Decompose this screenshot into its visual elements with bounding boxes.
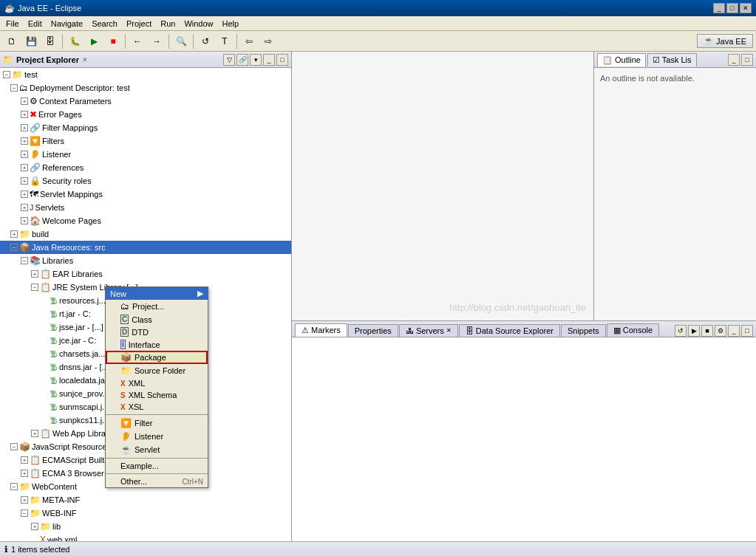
expand-security[interactable]: + <box>21 177 28 185</box>
ctx-package[interactable]: 📦 Package <box>106 351 208 364</box>
ctx-dtd[interactable]: D DTD <box>106 326 208 338</box>
expand-java-resources[interactable]: − <box>10 244 18 251</box>
tree-item-java-resources[interactable]: − 📦 Java Resources: src <box>0 241 291 254</box>
tree-item-web-xml[interactable]: X web.xml <box>0 533 291 541</box>
tab-outline[interactable]: 📋 Outline <box>597 53 646 66</box>
search-button[interactable]: 🔍 <box>172 33 190 49</box>
debug-button[interactable]: 🐛 <box>66 33 84 49</box>
expand-deployment[interactable]: − <box>10 84 18 92</box>
tree-item-servlet-mappings[interactable]: + 🗺 Servlet Mappings <box>0 188 291 201</box>
expand-js-resources[interactable]: − <box>10 443 18 450</box>
expand-meta-inf[interactable]: + <box>21 496 28 504</box>
tree-item-context-params[interactable]: + ⚙ Context Parameters <box>0 95 291 108</box>
forward-button[interactable]: → <box>148 33 166 49</box>
save-all-button[interactable]: 🗄 <box>41 33 59 49</box>
tree-item-libraries[interactable]: − 📚 Libraries <box>0 254 291 267</box>
ctx-source-folder[interactable]: 📁 Source Folder <box>106 364 208 377</box>
menu-help[interactable]: Help <box>218 18 244 30</box>
tab-task-list[interactable]: ☑ Task Lis <box>647 53 697 66</box>
tab-properties[interactable]: Properties <box>348 324 398 337</box>
back-button[interactable]: ← <box>129 33 146 49</box>
menu-file[interactable]: File <box>1 18 24 30</box>
menu-search[interactable]: Search <box>87 18 122 30</box>
bottom-reload-button[interactable]: ↺ <box>675 325 687 337</box>
tab-snippets[interactable]: Snippets <box>561 324 606 337</box>
panel-menu-button[interactable]: ▾ <box>250 54 262 66</box>
expand-welcome[interactable]: + <box>21 217 28 224</box>
context-menu-new[interactable]: New ▶ <box>106 287 208 300</box>
restore-button[interactable]: □ <box>726 3 738 13</box>
expand-ecmascript[interactable]: + <box>21 456 28 464</box>
tree-item-web-inf[interactable]: − 📁 WEB-INF <box>0 507 291 520</box>
tree-item-lib[interactable]: + 📁 lib <box>0 520 291 533</box>
java-ee-perspective-button[interactable]: ☕ Java EE <box>697 34 753 48</box>
tree-item-deployment[interactable]: − 🗂 Deployment Descriptor: test <box>0 81 291 95</box>
open-type-button[interactable]: T <box>216 33 234 49</box>
expand-webcontent[interactable]: − <box>10 483 18 490</box>
expand-lib[interactable]: + <box>31 523 38 530</box>
expand-listener[interactable]: + <box>21 151 28 158</box>
tab-markers[interactable]: ⚠ Markers <box>295 323 347 337</box>
expand-jre[interactable]: − <box>31 284 38 291</box>
expand-libraries[interactable]: − <box>21 257 28 264</box>
menu-run[interactable]: Run <box>156 18 180 30</box>
ctx-interface[interactable]: I Interface <box>106 338 208 351</box>
tree-item-listener[interactable]: + 👂 Listener <box>0 148 291 161</box>
bottom-maximize-button[interactable]: □ <box>741 325 753 337</box>
expand-web-inf[interactable]: − <box>21 509 28 517</box>
tree-item-servlets[interactable]: + J Servlets <box>0 201 291 214</box>
tree-item-ear-libraries[interactable]: + 📋 EAR Libraries <box>0 267 291 281</box>
outline-maximize-button[interactable]: □ <box>741 54 753 66</box>
ctx-servlet[interactable]: ☕ Servlet <box>106 443 208 456</box>
expand-context[interactable]: + <box>21 97 28 105</box>
menu-window[interactable]: Window <box>180 18 217 30</box>
menu-navigate[interactable]: Navigate <box>47 18 87 30</box>
ctx-listener[interactable]: 👂 Listener <box>106 430 208 443</box>
tree-item-references[interactable]: + 🔗 References <box>0 161 291 174</box>
menu-edit[interactable]: Edit <box>24 18 47 30</box>
tree-item-meta-inf[interactable]: + 📁 META-INF <box>0 493 291 507</box>
bottom-play-button[interactable]: ▶ <box>688 325 700 337</box>
stop-button[interactable]: ■ <box>104 33 122 49</box>
expand-references[interactable]: + <box>21 164 28 171</box>
ctx-xml[interactable]: X XML <box>106 377 208 389</box>
expand-webapp[interactable]: + <box>31 430 38 437</box>
tab-data-source[interactable]: 🗄 Data Source Explorer <box>459 324 560 337</box>
expand-servlet-mappings[interactable]: + <box>21 191 28 198</box>
tree-item-error-pages[interactable]: + ✖ Error Pages <box>0 108 291 121</box>
servers-close-icon[interactable]: ✕ <box>446 327 452 334</box>
outline-minimize-button[interactable]: _ <box>728 54 740 66</box>
ctx-class[interactable]: C Class <box>106 313 208 326</box>
tab-console[interactable]: ▦ Console <box>607 323 659 337</box>
prev-edit-button[interactable]: ⇦ <box>240 33 258 49</box>
ctx-xsl[interactable]: X XSL <box>106 401 208 413</box>
ctx-filter[interactable]: 🔽 Filter <box>106 416 208 430</box>
run-button[interactable]: ▶ <box>85 33 103 49</box>
refresh-button[interactable]: ↺ <box>197 33 214 49</box>
next-edit-button[interactable]: ⇨ <box>259 33 277 49</box>
expand-ear[interactable]: + <box>31 270 38 278</box>
ctx-other[interactable]: Other... Ctrl+N <box>106 476 208 487</box>
bottom-stop-button[interactable]: ■ <box>701 325 713 337</box>
expand-filter-mappings[interactable]: + <box>21 124 28 131</box>
minimize-panel-button[interactable]: _ <box>263 54 275 66</box>
expand-test[interactable]: − <box>3 71 10 78</box>
ctx-example[interactable]: Example... <box>106 460 208 472</box>
collapse-all-button[interactable]: ▽ <box>223 54 235 66</box>
expand-ecma3[interactable]: + <box>21 470 28 477</box>
maximize-panel-button[interactable]: □ <box>276 54 288 66</box>
ctx-project[interactable]: 🗂 Project... <box>106 300 208 313</box>
tree-item-welcome-pages[interactable]: + 🏠 Welcome Pages <box>0 214 291 227</box>
ctx-xml-schema[interactable]: S XML Schema <box>106 389 208 401</box>
expand-error[interactable]: + <box>21 111 28 118</box>
tree-item-build[interactable]: + 📁 build <box>0 227 291 241</box>
close-button[interactable]: ✕ <box>740 3 752 13</box>
minimize-button[interactable]: _ <box>713 3 725 13</box>
tab-servers[interactable]: 🖧 Servers ✕ <box>399 324 458 337</box>
tree-item-filter-mappings[interactable]: + 🔗 Filter Mappings <box>0 121 291 134</box>
bottom-options-button[interactable]: ⚙ <box>715 325 726 337</box>
expand-servlets[interactable]: + <box>21 204 28 211</box>
save-button[interactable]: 💾 <box>22 33 40 49</box>
menu-project[interactable]: Project <box>122 18 156 30</box>
link-editor-button[interactable]: 🔗 <box>236 54 248 66</box>
